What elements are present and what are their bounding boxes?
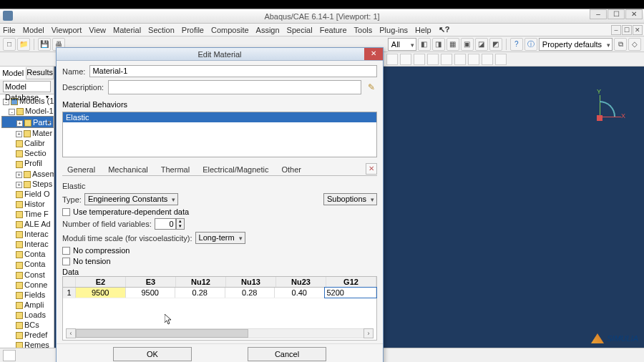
behaviors-list[interactable]: Elastic	[62, 112, 377, 157]
name-input[interactable]: Material-1	[89, 65, 377, 77]
col-e3[interactable]: E3	[126, 277, 176, 287]
no-tension-checkbox[interactable]: No tension	[62, 257, 377, 265]
tab-electrical[interactable]: Electrical/Magnetic	[197, 163, 273, 175]
tool-icon[interactable]: ◪	[475, 38, 488, 51]
no-compression-checkbox[interactable]: No compression	[62, 246, 377, 255]
tree-node[interactable]: Ampli	[1, 300, 54, 310]
behavior-item-elastic[interactable]: Elastic	[63, 112, 376, 122]
col-e2[interactable]: E2	[76, 277, 126, 287]
pan-icon[interactable]	[414, 54, 425, 65]
col-g12[interactable]: G12	[326, 277, 376, 287]
rotate-icon[interactable]	[400, 54, 411, 65]
field-vars-spinner[interactable]: 0 ▲▼	[155, 218, 185, 230]
tree-node[interactable]: BCs	[1, 320, 54, 330]
model-db-dropdown[interactable]: Model Database	[3, 81, 51, 92]
tree-node[interactable]: Predef	[1, 330, 54, 340]
type-select[interactable]: Engineering Constants	[84, 193, 178, 205]
tree-node[interactable]: Calibr	[1, 138, 54, 148]
dialog-close-button[interactable]: ✕	[364, 48, 383, 60]
menu-plugins[interactable]: Plug-ins	[379, 26, 408, 34]
tree-node[interactable]: +Steps	[1, 179, 54, 189]
tree-node[interactable]: Histor	[1, 199, 54, 209]
menu-composite[interactable]: Composite	[211, 26, 249, 34]
scroll-track[interactable]	[76, 328, 364, 338]
tree-node[interactable]: ALE Ad	[1, 219, 54, 229]
tree-node[interactable]: Conta	[1, 249, 54, 259]
table-row[interactable]: 1 9500 9500 0.28 0.28 0.40 5200	[63, 288, 376, 298]
spin-down-icon[interactable]: ▼	[177, 224, 184, 229]
tree-node[interactable]: +Mater	[1, 128, 54, 138]
zoom-icon[interactable]	[427, 54, 439, 65]
tree-node[interactable]: Interac	[1, 229, 54, 239]
filter-dropdown[interactable]: All	[388, 38, 416, 51]
tool-icon[interactable]: ◇	[628, 38, 641, 51]
tree-node[interactable]: +Assem	[1, 169, 54, 179]
tray-restore[interactable]: ☐	[622, 25, 632, 35]
suboptions-button[interactable]: Suboptions	[323, 193, 377, 205]
cell-e3[interactable]: 9500	[126, 288, 176, 298]
scroll-right-icon[interactable]: ›	[364, 328, 374, 338]
info-icon[interactable]: ⓘ	[525, 38, 537, 51]
tab-thermal[interactable]: Thermal	[156, 163, 195, 175]
menu-tools[interactable]: Tools	[354, 26, 373, 34]
maximize-button[interactable]: ☐	[608, 9, 625, 19]
tree-node[interactable]: Conta	[1, 259, 54, 269]
menu-material[interactable]: Material	[113, 26, 141, 34]
menu-file[interactable]: File	[3, 26, 16, 34]
tree-node[interactable]: +Parts	[1, 116, 54, 128]
tray-close[interactable]: ✕	[633, 25, 643, 35]
tool-icon[interactable]: ◨	[432, 38, 445, 51]
open-button[interactable]: 📁	[17, 38, 30, 51]
spin-up-icon[interactable]: ▲	[177, 219, 184, 224]
edit-description-icon[interactable]: ✎	[366, 82, 377, 93]
scroll-thumb[interactable]	[76, 329, 248, 338]
moduli-select[interactable]: Long-term	[195, 232, 245, 244]
tab-mechanical[interactable]: Mechanical	[103, 163, 153, 175]
tree-node[interactable]: Const	[1, 270, 54, 280]
minimize-button[interactable]: –	[590, 9, 607, 19]
tree-node[interactable]: -Model-1	[1, 106, 54, 116]
menu-section[interactable]: Section	[148, 26, 175, 34]
fit-icon[interactable]	[441, 54, 452, 65]
tab-results[interactable]: Results	[26, 67, 54, 79]
menu-viewport[interactable]: Viewport	[52, 26, 82, 34]
table-hscroll[interactable]: ‹ ›	[66, 328, 374, 338]
save-button[interactable]: 💾	[38, 38, 51, 51]
tree-node[interactable]: Profil	[1, 158, 54, 168]
menu-help[interactable]: Help	[415, 26, 431, 34]
cancel-button[interactable]: Cancel	[248, 347, 326, 361]
description-input[interactable]	[108, 80, 361, 94]
tool-icon[interactable]: ◩	[489, 38, 502, 51]
col-nu12[interactable]: Nu12	[176, 277, 226, 287]
menu-feature[interactable]: Feature	[320, 26, 347, 34]
tab-other[interactable]: Other	[276, 163, 306, 175]
use-temperature-checkbox[interactable]: Use temperature-dependent data	[62, 207, 377, 216]
tree-node[interactable]: Time F	[1, 209, 54, 219]
tab-model[interactable]: Model	[0, 67, 26, 79]
data-table[interactable]: E2 E3 Nu12 Nu13 Nu23 G12 1 9500 9500 0.2…	[62, 276, 377, 341]
model-tree[interactable]: -Models (1)-Model-1+Parts+MaterCalibrSec…	[0, 94, 54, 348]
col-nu13[interactable]: Nu13	[226, 277, 276, 287]
tree-node[interactable]: Conne	[1, 280, 54, 290]
whats-this-icon[interactable]: ↖?	[439, 25, 450, 34]
tree-node[interactable]: Fields	[1, 290, 54, 300]
cell-e2[interactable]: 9500	[76, 288, 126, 298]
cell-g12[interactable]: 5200	[325, 288, 377, 298]
tool-icon[interactable]: ⧉	[614, 38, 627, 51]
menu-model[interactable]: Model	[23, 26, 44, 34]
tree-node[interactable]: Loads	[1, 310, 54, 320]
menu-special[interactable]: Special	[287, 26, 313, 34]
tree-node[interactable]: Remes	[1, 340, 54, 348]
close-button[interactable]: ✕	[625, 9, 643, 19]
new-button[interactable]: □	[3, 38, 16, 51]
menu-profile[interactable]: Profile	[182, 26, 204, 34]
scroll-left-icon[interactable]: ‹	[66, 328, 76, 338]
tab-general[interactable]: General	[62, 163, 100, 175]
tree-node[interactable]: Field O	[1, 189, 54, 199]
cli-icon[interactable]	[3, 350, 16, 361]
col-nu23[interactable]: Nu23	[276, 277, 326, 287]
tree-node[interactable]: Interac	[1, 239, 54, 249]
view-icon[interactable]	[495, 54, 507, 65]
view-icon[interactable]	[482, 54, 493, 65]
dialog-titlebar[interactable]: Edit Material ✕	[57, 48, 383, 61]
